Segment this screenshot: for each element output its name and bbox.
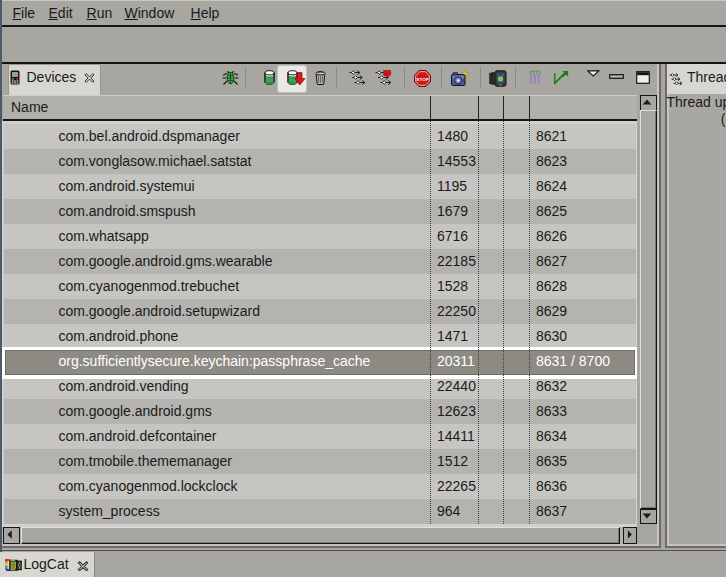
svg-text:STOP: STOP (416, 77, 429, 82)
